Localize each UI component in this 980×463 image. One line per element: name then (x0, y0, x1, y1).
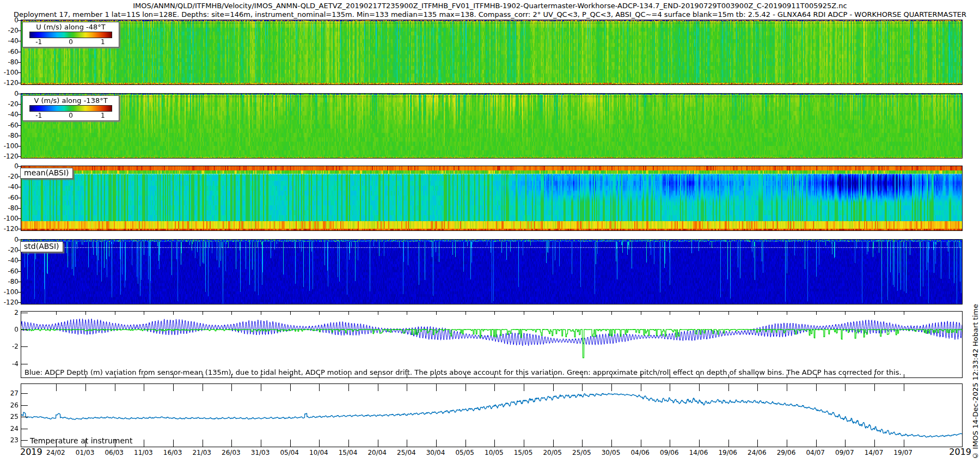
temperature-label: Temperature at instrument (30, 436, 132, 445)
x-tick-mark (904, 440, 904, 447)
x-tick-mark (728, 312, 729, 315)
y-tick-label: -100 (0, 288, 19, 296)
x-tick-label: 04/06 (630, 449, 650, 456)
x-tick-label: 19/06 (718, 449, 737, 456)
x-tick-mark (378, 312, 378, 315)
y-tick-mark (18, 72, 21, 73)
x-tick-mark (757, 384, 758, 391)
y-tick-label: -80 (0, 204, 19, 212)
mean-absi-heatmap (21, 166, 962, 230)
y-tick-label: -100 (0, 215, 19, 222)
x-tick-mark (845, 440, 846, 447)
y-tick-mark (21, 313, 28, 313)
y-tick-label: -40 (0, 111, 19, 118)
v-colorbar-legend: V (m/s) along -138°T -1 0 1 (22, 95, 119, 121)
x-tick-mark (904, 374, 904, 377)
y-tick-mark (18, 240, 21, 240)
u-colorbar (29, 32, 112, 38)
colorbar-tick-label: -1 (35, 38, 42, 46)
y-tick-mark (18, 208, 21, 209)
x-tick-mark (641, 440, 641, 447)
y-tick-label: 0 (0, 236, 19, 243)
colorbar-tick-label: -1 (35, 112, 42, 119)
x-tick-mark (728, 440, 729, 447)
x-tick-label: 16/03 (163, 449, 182, 456)
x-tick-label: 09/06 (660, 449, 679, 456)
y-tick-label: -60 (0, 121, 19, 129)
y-tick-label: 2 (0, 309, 19, 316)
y-tick-label: -20 (0, 246, 19, 254)
y-tick-mark (18, 31, 21, 31)
y-tick-label: 24 (0, 425, 19, 432)
y-tick-label: -60 (0, 194, 19, 202)
x-tick-mark (261, 440, 261, 447)
y-tick-mark (21, 364, 28, 364)
x-tick-mark (203, 384, 203, 391)
y-tick-label: 27 (0, 389, 19, 397)
x-tick-mark (787, 312, 787, 315)
x-tick-mark (378, 440, 378, 447)
y-tick-label: 0 (0, 162, 19, 170)
x-tick-label: 21/03 (192, 449, 211, 456)
x-tick-mark (787, 384, 787, 391)
v-colorbar-ticks: -1 0 1 (25, 112, 117, 119)
x-tick-mark (407, 440, 407, 447)
colorbar-tick-label: 0 (69, 112, 73, 119)
y-tick-mark (18, 282, 21, 282)
x-tick-label: 19/07 (893, 449, 912, 456)
x-tick-mark (816, 384, 817, 391)
y-tick-label: -40 (0, 37, 19, 45)
x-year-left: 2019 (20, 447, 42, 457)
x-tick-mark (524, 440, 524, 447)
x-tick-mark (407, 312, 407, 315)
x-tick-mark (699, 312, 700, 315)
x-tick-mark (641, 312, 641, 315)
copyright-watermark: © IMOS 14-Dec-2025 12:33:42 Hobart time (971, 304, 979, 460)
x-tick-mark (56, 312, 57, 315)
x-tick-mark (348, 440, 349, 447)
y-tick-mark (21, 405, 28, 406)
x-tick-mark (319, 440, 320, 447)
x-tick-mark (757, 312, 758, 315)
x-tick-label: 29/06 (777, 449, 796, 456)
x-tick-mark (524, 384, 524, 391)
x-tick-label: 10/04 (309, 449, 328, 456)
y-tick-mark (18, 114, 21, 115)
colorbar-tick-label: 1 (101, 112, 105, 119)
x-tick-label: 24/06 (748, 449, 767, 456)
x-tick-label: 24/02 (46, 449, 65, 456)
x-tick-label: 25/05 (572, 449, 591, 456)
x-tick-label: 20/05 (543, 449, 562, 456)
x-tick-mark (144, 312, 144, 315)
y-tick-mark (18, 52, 21, 52)
x-tick-mark (319, 384, 320, 391)
x-tick-mark (144, 384, 144, 391)
y-tick-label: 0 (0, 16, 19, 24)
x-tick-mark (494, 384, 495, 391)
x-tick-mark (845, 312, 846, 315)
x-tick-mark (524, 312, 524, 315)
x-tick-mark (115, 312, 115, 315)
depth-variation-note: Blue: ADCP Depth (m) variation from sens… (24, 368, 902, 376)
y-tick-label: -40 (0, 183, 19, 191)
x-tick-mark (582, 440, 583, 447)
v-colorbar (29, 105, 112, 112)
panel-depth-variation: Blue: ADCP Depth (m) variation from sens… (21, 311, 963, 378)
x-tick-mark (173, 384, 174, 391)
x-tick-mark (348, 312, 349, 315)
v-legend-title: V (m/s) along -138°T (25, 96, 117, 105)
x-tick-mark (494, 440, 495, 447)
x-tick-mark (904, 384, 904, 391)
x-tick-mark (728, 384, 729, 391)
x-tick-mark (494, 312, 495, 315)
y-tick-label: -100 (0, 69, 19, 76)
y-tick-label: 0 (0, 90, 19, 98)
x-tick-mark (203, 440, 203, 447)
x-tick-mark (173, 312, 174, 315)
y-tick-mark (18, 292, 21, 293)
x-tick-mark (816, 312, 817, 315)
x-tick-label: 30/05 (602, 449, 621, 456)
x-tick-mark (465, 384, 466, 391)
y-tick-mark (18, 302, 21, 303)
x-tick-mark (582, 384, 583, 391)
